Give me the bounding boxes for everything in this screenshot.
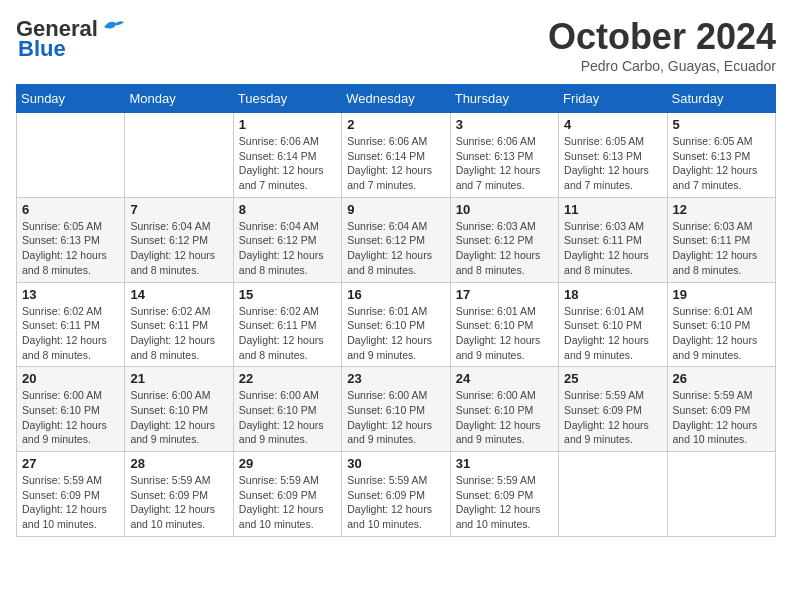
day-cell-29: 29Sunrise: 5:59 AM Sunset: 6:09 PM Dayli… [233, 452, 341, 537]
calendar-table: SundayMondayTuesdayWednesdayThursdayFrid… [16, 84, 776, 537]
day-info: Sunrise: 6:02 AM Sunset: 6:11 PM Dayligh… [22, 304, 119, 363]
day-number: 21 [130, 371, 227, 386]
day-header-friday: Friday [559, 85, 667, 113]
day-info: Sunrise: 6:02 AM Sunset: 6:11 PM Dayligh… [239, 304, 336, 363]
day-cell-8: 8Sunrise: 6:04 AM Sunset: 6:12 PM Daylig… [233, 197, 341, 282]
day-cell-9: 9Sunrise: 6:04 AM Sunset: 6:12 PM Daylig… [342, 197, 450, 282]
day-info: Sunrise: 6:06 AM Sunset: 6:13 PM Dayligh… [456, 134, 553, 193]
day-cell-27: 27Sunrise: 5:59 AM Sunset: 6:09 PM Dayli… [17, 452, 125, 537]
location-subtitle: Pedro Carbo, Guayas, Ecuador [548, 58, 776, 74]
day-number: 7 [130, 202, 227, 217]
day-number: 26 [673, 371, 770, 386]
day-cell-30: 30Sunrise: 5:59 AM Sunset: 6:09 PM Dayli… [342, 452, 450, 537]
day-number: 2 [347, 117, 444, 132]
day-cell-22: 22Sunrise: 6:00 AM Sunset: 6:10 PM Dayli… [233, 367, 341, 452]
week-row-3: 13Sunrise: 6:02 AM Sunset: 6:11 PM Dayli… [17, 282, 776, 367]
day-cell-2: 2Sunrise: 6:06 AM Sunset: 6:14 PM Daylig… [342, 113, 450, 198]
logo-blue: Blue [18, 36, 66, 62]
page-header: General Blue October 2024 Pedro Carbo, G… [16, 16, 776, 74]
day-info: Sunrise: 6:06 AM Sunset: 6:14 PM Dayligh… [347, 134, 444, 193]
day-info: Sunrise: 6:00 AM Sunset: 6:10 PM Dayligh… [239, 388, 336, 447]
day-number: 13 [22, 287, 119, 302]
day-number: 28 [130, 456, 227, 471]
week-row-2: 6Sunrise: 6:05 AM Sunset: 6:13 PM Daylig… [17, 197, 776, 282]
day-info: Sunrise: 6:00 AM Sunset: 6:10 PM Dayligh… [130, 388, 227, 447]
day-cell-10: 10Sunrise: 6:03 AM Sunset: 6:12 PM Dayli… [450, 197, 558, 282]
day-info: Sunrise: 6:03 AM Sunset: 6:11 PM Dayligh… [673, 219, 770, 278]
day-number: 30 [347, 456, 444, 471]
day-cell-14: 14Sunrise: 6:02 AM Sunset: 6:11 PM Dayli… [125, 282, 233, 367]
day-info: Sunrise: 6:06 AM Sunset: 6:14 PM Dayligh… [239, 134, 336, 193]
day-header-tuesday: Tuesday [233, 85, 341, 113]
day-cell-28: 28Sunrise: 5:59 AM Sunset: 6:09 PM Dayli… [125, 452, 233, 537]
day-number: 4 [564, 117, 661, 132]
day-header-wednesday: Wednesday [342, 85, 450, 113]
week-row-4: 20Sunrise: 6:00 AM Sunset: 6:10 PM Dayli… [17, 367, 776, 452]
week-row-1: 1Sunrise: 6:06 AM Sunset: 6:14 PM Daylig… [17, 113, 776, 198]
day-cell-16: 16Sunrise: 6:01 AM Sunset: 6:10 PM Dayli… [342, 282, 450, 367]
day-number: 10 [456, 202, 553, 217]
day-cell-3: 3Sunrise: 6:06 AM Sunset: 6:13 PM Daylig… [450, 113, 558, 198]
day-number: 3 [456, 117, 553, 132]
day-cell-18: 18Sunrise: 6:01 AM Sunset: 6:10 PM Dayli… [559, 282, 667, 367]
logo-bird-icon [102, 19, 124, 35]
day-cell-13: 13Sunrise: 6:02 AM Sunset: 6:11 PM Dayli… [17, 282, 125, 367]
day-number: 23 [347, 371, 444, 386]
day-header-thursday: Thursday [450, 85, 558, 113]
week-row-5: 27Sunrise: 5:59 AM Sunset: 6:09 PM Dayli… [17, 452, 776, 537]
day-info: Sunrise: 5:59 AM Sunset: 6:09 PM Dayligh… [130, 473, 227, 532]
day-number: 18 [564, 287, 661, 302]
logo: General Blue [16, 16, 124, 62]
day-info: Sunrise: 6:00 AM Sunset: 6:10 PM Dayligh… [456, 388, 553, 447]
day-info: Sunrise: 6:04 AM Sunset: 6:12 PM Dayligh… [239, 219, 336, 278]
day-cell-4: 4Sunrise: 6:05 AM Sunset: 6:13 PM Daylig… [559, 113, 667, 198]
empty-cell [667, 452, 775, 537]
day-info: Sunrise: 5:59 AM Sunset: 6:09 PM Dayligh… [564, 388, 661, 447]
day-number: 15 [239, 287, 336, 302]
day-number: 31 [456, 456, 553, 471]
day-info: Sunrise: 6:00 AM Sunset: 6:10 PM Dayligh… [22, 388, 119, 447]
day-info: Sunrise: 6:02 AM Sunset: 6:11 PM Dayligh… [130, 304, 227, 363]
month-title: October 2024 [548, 16, 776, 58]
day-cell-15: 15Sunrise: 6:02 AM Sunset: 6:11 PM Dayli… [233, 282, 341, 367]
day-number: 11 [564, 202, 661, 217]
day-number: 27 [22, 456, 119, 471]
day-number: 20 [22, 371, 119, 386]
day-cell-25: 25Sunrise: 5:59 AM Sunset: 6:09 PM Dayli… [559, 367, 667, 452]
day-cell-12: 12Sunrise: 6:03 AM Sunset: 6:11 PM Dayli… [667, 197, 775, 282]
day-number: 1 [239, 117, 336, 132]
day-cell-24: 24Sunrise: 6:00 AM Sunset: 6:10 PM Dayli… [450, 367, 558, 452]
day-info: Sunrise: 6:01 AM Sunset: 6:10 PM Dayligh… [564, 304, 661, 363]
day-cell-23: 23Sunrise: 6:00 AM Sunset: 6:10 PM Dayli… [342, 367, 450, 452]
empty-cell [17, 113, 125, 198]
day-info: Sunrise: 6:05 AM Sunset: 6:13 PM Dayligh… [673, 134, 770, 193]
day-number: 8 [239, 202, 336, 217]
day-info: Sunrise: 5:59 AM Sunset: 6:09 PM Dayligh… [456, 473, 553, 532]
day-info: Sunrise: 6:01 AM Sunset: 6:10 PM Dayligh… [347, 304, 444, 363]
day-number: 17 [456, 287, 553, 302]
title-block: October 2024 Pedro Carbo, Guayas, Ecuado… [548, 16, 776, 74]
empty-cell [125, 113, 233, 198]
empty-cell [559, 452, 667, 537]
day-number: 16 [347, 287, 444, 302]
day-cell-17: 17Sunrise: 6:01 AM Sunset: 6:10 PM Dayli… [450, 282, 558, 367]
day-number: 9 [347, 202, 444, 217]
day-cell-19: 19Sunrise: 6:01 AM Sunset: 6:10 PM Dayli… [667, 282, 775, 367]
day-info: Sunrise: 6:05 AM Sunset: 6:13 PM Dayligh… [22, 219, 119, 278]
day-info: Sunrise: 6:04 AM Sunset: 6:12 PM Dayligh… [130, 219, 227, 278]
day-header-saturday: Saturday [667, 85, 775, 113]
day-number: 29 [239, 456, 336, 471]
day-info: Sunrise: 6:04 AM Sunset: 6:12 PM Dayligh… [347, 219, 444, 278]
day-header-monday: Monday [125, 85, 233, 113]
day-number: 22 [239, 371, 336, 386]
day-number: 5 [673, 117, 770, 132]
day-cell-1: 1Sunrise: 6:06 AM Sunset: 6:14 PM Daylig… [233, 113, 341, 198]
day-info: Sunrise: 6:01 AM Sunset: 6:10 PM Dayligh… [456, 304, 553, 363]
day-info: Sunrise: 6:05 AM Sunset: 6:13 PM Dayligh… [564, 134, 661, 193]
day-info: Sunrise: 5:59 AM Sunset: 6:09 PM Dayligh… [673, 388, 770, 447]
day-info: Sunrise: 5:59 AM Sunset: 6:09 PM Dayligh… [347, 473, 444, 532]
day-cell-5: 5Sunrise: 6:05 AM Sunset: 6:13 PM Daylig… [667, 113, 775, 198]
day-number: 12 [673, 202, 770, 217]
day-cell-31: 31Sunrise: 5:59 AM Sunset: 6:09 PM Dayli… [450, 452, 558, 537]
day-number: 25 [564, 371, 661, 386]
